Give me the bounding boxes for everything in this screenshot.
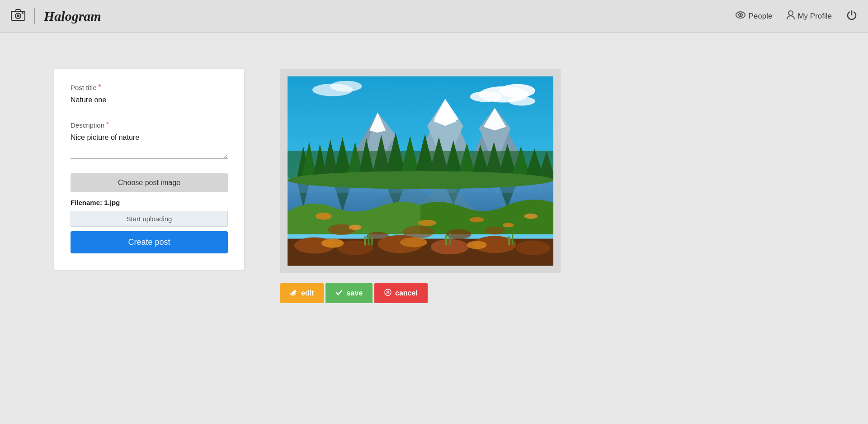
svg-point-4 — [22, 12, 24, 14]
svg-point-13 — [508, 97, 535, 106]
people-nav-link[interactable]: People — [736, 11, 772, 21]
cancel-button[interactable]: cancel — [374, 283, 428, 303]
svg-point-15 — [330, 81, 362, 92]
svg-point-74 — [516, 240, 550, 255]
svg-point-63 — [349, 225, 362, 230]
svg-point-61 — [485, 227, 505, 235]
edit-icon — [290, 289, 297, 298]
post-title-label: Post title * — [71, 83, 228, 91]
svg-point-56 — [288, 171, 553, 189]
image-panel: edit save cancel — [280, 69, 814, 303]
profile-nav-link[interactable]: My Profile — [787, 10, 832, 22]
svg-rect-82 — [449, 233, 451, 245]
svg-point-77 — [467, 241, 487, 249]
logo-divider — [34, 8, 35, 24]
svg-point-7 — [740, 14, 741, 16]
create-post-button[interactable]: Create post — [71, 231, 228, 253]
power-button[interactable] — [846, 10, 857, 23]
image-actions: edit save cancel — [280, 283, 429, 303]
eye-icon — [736, 11, 745, 21]
required-star-title: * — [99, 83, 101, 91]
description-label: Description * — [71, 121, 228, 129]
svg-point-62 — [316, 213, 332, 220]
svg-point-8 — [788, 11, 793, 15]
save-button[interactable]: save — [326, 283, 373, 303]
navbar: Halogram People My Profile — [0, 0, 868, 33]
description-textarea[interactable]: Nice picture of nature — [71, 132, 228, 159]
people-label: People — [748, 12, 772, 21]
nature-image — [288, 76, 553, 266]
main-content: Post title * Description * Nice picture … — [0, 33, 868, 339]
edit-button[interactable]: edit — [280, 283, 324, 303]
svg-rect-79 — [368, 234, 369, 246]
required-star-desc: * — [106, 121, 109, 129]
start-uploading-bar[interactable]: Start uploading — [71, 211, 228, 227]
svg-point-11 — [499, 84, 535, 98]
svg-rect-78 — [364, 237, 366, 246]
form-card: Post title * Description * Nice picture … — [54, 69, 244, 270]
svg-rect-3 — [16, 10, 20, 12]
person-icon — [787, 10, 795, 22]
cancel-icon — [384, 289, 392, 298]
logo-text: Halogram — [44, 9, 101, 24]
post-title-section: Post title * — [71, 83, 228, 108]
svg-rect-84 — [512, 234, 513, 245]
svg-point-66 — [503, 223, 514, 228]
svg-point-64 — [418, 220, 436, 226]
camera-icon — [11, 8, 25, 24]
logo-area: Halogram — [11, 8, 101, 24]
svg-point-2 — [17, 14, 19, 17]
description-section: Description * Nice picture of nature — [71, 121, 228, 161]
svg-point-76 — [400, 238, 427, 248]
svg-point-75 — [321, 238, 344, 248]
post-title-input[interactable] — [71, 94, 228, 108]
svg-point-65 — [470, 217, 484, 223]
choose-image-button[interactable]: Choose post image — [71, 173, 228, 192]
svg-point-12 — [470, 91, 502, 102]
svg-point-67 — [524, 214, 538, 219]
image-frame — [280, 69, 561, 273]
check-icon — [335, 289, 343, 298]
filename-value: 1.jpg — [104, 199, 120, 206]
svg-rect-81 — [445, 235, 447, 245]
svg-rect-80 — [371, 237, 373, 245]
my-profile-label: My Profile — [797, 12, 832, 21]
filename-row: Filename: 1.jpg — [71, 199, 228, 206]
nav-right: People My Profile — [736, 10, 857, 23]
svg-rect-83 — [508, 236, 510, 245]
